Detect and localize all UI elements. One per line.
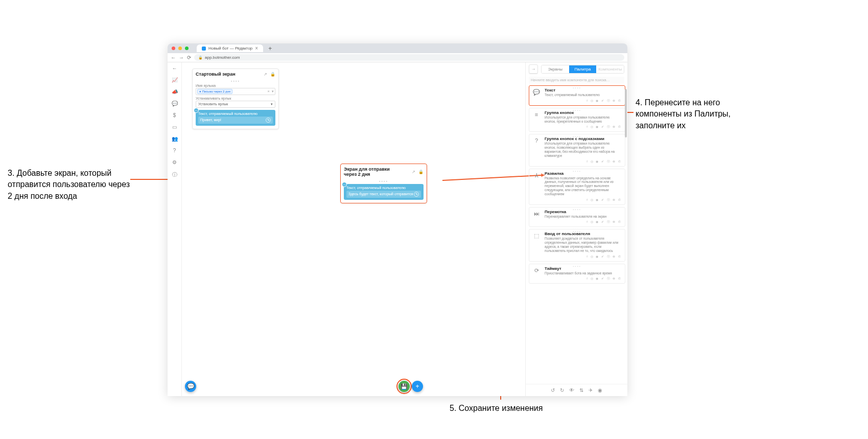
undo-icon[interactable]: ↺ xyxy=(551,387,555,393)
telegram-icon[interactable]: ✈ xyxy=(589,387,593,393)
chat-fab-button[interactable]: 💬 xyxy=(185,381,196,392)
supported-platforms-icons: f ◎ ◉ ✔ Ⓥ ⊗ ✆ xyxy=(532,220,622,224)
component-type-icon: ⟳ xyxy=(532,266,541,275)
left-toolbar: ← 📈 📣 💬 $ ▭ 👥 ? ⚙ ⓘ xyxy=(168,62,182,396)
sort-icon[interactable]: ⇅ xyxy=(579,387,583,393)
component-type-icon: 💬 xyxy=(532,88,541,97)
annotation-step-4: 4. Перенесите на него компоненты из Пали… xyxy=(636,97,758,131)
component-title: Текст, отправляемый пользователю xyxy=(198,112,273,115)
palette-item[interactable]: ▪▪▪▪⏭ПеремоткаПеренаправляет пользовател… xyxy=(529,207,625,227)
browser-window: Новый бот — Редактор × + ← → ⟳ 🔒 app.bot… xyxy=(168,43,627,396)
palette-item-title: Таймаут xyxy=(545,266,622,271)
drag-handle-icon[interactable]: ▪▪▪▪ xyxy=(573,170,581,173)
palette-item-title: Текст xyxy=(545,88,622,93)
select-input[interactable]: Установить ярлык ▾ xyxy=(196,101,275,108)
edit-icon[interactable]: ✎ xyxy=(414,192,419,197)
supported-platforms-icons: f ◎ ◉ ✔ Ⓥ ⊗ ✆ xyxy=(532,125,622,129)
palette-item-title: Перемотка xyxy=(545,210,622,214)
add-screen-button[interactable]: + xyxy=(412,381,423,392)
tab-palette[interactable]: Палитра xyxy=(569,65,597,73)
settings-icon[interactable]: ⚙ xyxy=(172,159,177,165)
info-icon[interactable]: ⓘ xyxy=(172,171,177,178)
palette-item-desc: Развилка позволяет определить на основе … xyxy=(545,176,622,196)
supported-platforms-icons: f ◎ ◉ ✔ Ⓥ ⊗ ✆ xyxy=(532,255,622,259)
drag-handle-icon[interactable]: ▪▪▪▪ xyxy=(573,265,581,268)
ticket-icon[interactable]: ▭ xyxy=(172,124,177,130)
component-title: Текст, отправляемый пользователю xyxy=(346,186,421,190)
preview-icon[interactable]: 👁 xyxy=(569,387,574,393)
window-maximize-button[interactable] xyxy=(185,47,189,50)
palette-item[interactable]: ▪▪▪▪≡Группа кнопокИспользуется для отпра… xyxy=(529,108,625,132)
palette-item[interactable]: ▪▪▪▪💬ТекстТекст, отправляемый пользовате… xyxy=(529,85,625,106)
screen-card-start[interactable]: Стартовый экран ↗ 🔒 ▪▪▪▪ Имя ярлыка ●Пис… xyxy=(192,68,279,129)
window-close-button[interactable] xyxy=(172,47,175,50)
screen-card-send2days[interactable]: Экран для отправки через 2 дня ↗ 🔒 ▪▪▪▪ … xyxy=(340,164,427,203)
back-icon[interactable]: ← xyxy=(171,55,176,60)
right-panel: → Экраны Палитра Компоненты Начните ввод… xyxy=(525,62,627,396)
tab-screens[interactable]: Экраны xyxy=(542,65,569,73)
component-type-icon: ≡ xyxy=(532,110,541,124)
drag-handle-icon[interactable]: ▪▪▪▪ xyxy=(573,230,581,233)
url-input[interactable]: 🔒 app.botmother.com xyxy=(194,54,624,61)
drag-handle-icon[interactable]: ▪▪▪▪ xyxy=(196,79,275,83)
window-minimize-button[interactable] xyxy=(178,47,182,50)
text-component[interactable]: ⋯ Текст, отправляемый пользователю Приве… xyxy=(196,110,275,126)
clear-icon[interactable]: × xyxy=(267,89,272,94)
reload-icon[interactable]: ⟳ xyxy=(187,55,191,60)
palette-item-desc: Перенаправляет пользователя на экран xyxy=(545,215,622,219)
edit-icon[interactable]: ✎ xyxy=(266,118,271,123)
browser-addressbar: ← → ⟳ 🔒 app.botmother.com xyxy=(168,53,627,62)
search-input[interactable]: Начните вводить имя компонента для поиск… xyxy=(529,77,624,83)
tag-input[interactable]: ●Письмо через 2 дня × ▾ xyxy=(196,88,275,95)
save-button[interactable]: 💾 xyxy=(398,381,410,392)
palette-item-desc: Текст, отправляемый пользователю xyxy=(545,93,622,97)
component-text: Здесь будет текст, который отправится xyxy=(348,192,413,196)
screen-title: Стартовый экран xyxy=(196,72,236,77)
help-icon[interactable]: ? xyxy=(173,148,176,153)
dollar-icon[interactable]: $ xyxy=(173,112,176,118)
back-arrow-icon[interactable]: ← xyxy=(172,65,177,71)
drag-handle-icon[interactable]: ▪▪▪▪ xyxy=(573,109,581,112)
drag-handle-icon[interactable]: ▪▪▪▪ xyxy=(573,208,581,211)
canvas[interactable]: Стартовый экран ↗ 🔒 ▪▪▪▪ Имя ярлыка ●Пис… xyxy=(182,62,525,396)
field-label: Устанавливать ярлык xyxy=(196,97,275,100)
scrollbar-thumb[interactable] xyxy=(625,89,627,137)
panel-tabs: Экраны Палитра Компоненты xyxy=(541,65,624,74)
palette-item[interactable]: ▪▪▪▪⟳ТаймаутПриостанавливает бота на зад… xyxy=(529,264,625,284)
chat-icon[interactable]: 💬 xyxy=(172,101,178,106)
component-text: Привет, мир! xyxy=(200,118,221,122)
text-component[interactable]: ⋯ Текст, отправляемый пользователю Здесь… xyxy=(344,184,424,200)
component-type-icon: ⅄ xyxy=(532,171,541,196)
lock-icon[interactable]: 🔒 xyxy=(418,170,424,174)
browser-tab[interactable]: Новый бот — Редактор × xyxy=(197,44,263,52)
chevron-down-icon[interactable]: ▾ xyxy=(272,89,274,94)
messenger-icon[interactable]: ◉ xyxy=(598,387,602,393)
palette-item-title: Ввод от пользователя xyxy=(545,232,622,236)
share-icon[interactable]: ↗ xyxy=(264,72,267,77)
collapse-panel-button[interactable]: → xyxy=(529,64,538,74)
redo-icon[interactable]: ↻ xyxy=(560,387,564,393)
supported-platforms-icons: f ◎ ◉ ✔ Ⓥ ⊗ ✆ xyxy=(532,198,622,202)
share-icon[interactable]: ↗ xyxy=(412,170,415,174)
browser-tabbar: Новый бот — Редактор × + xyxy=(168,43,627,53)
panel-footer-tools: ↺ ↻ 👁 ⇅ ✈ ◉ xyxy=(526,384,627,396)
drag-handle-icon[interactable]: ▪▪▪▪ xyxy=(344,179,424,183)
new-tab-button[interactable]: + xyxy=(268,45,272,52)
annotation-step-5: 5. Сохраните изменения xyxy=(450,403,543,414)
drag-handle-icon[interactable]: ▪▪▪▪ xyxy=(573,86,581,89)
tab-title: Новый бот — Редактор xyxy=(208,46,252,51)
megaphone-icon[interactable]: 📣 xyxy=(172,89,178,95)
palette-list[interactable]: ▪▪▪▪💬ТекстТекст, отправляемый пользовате… xyxy=(526,85,627,384)
chart-icon[interactable]: 📈 xyxy=(172,77,178,83)
close-icon[interactable]: × xyxy=(255,45,258,51)
lock-icon[interactable]: 🔒 xyxy=(270,72,275,77)
forward-icon[interactable]: → xyxy=(179,55,184,60)
chevron-down-icon: ▾ xyxy=(271,102,273,106)
screen-title: Экран для отправки через 2 дня xyxy=(344,167,400,177)
drag-handle-icon[interactable]: ▪▪▪▪ xyxy=(573,135,581,138)
palette-item[interactable]: ▪▪▪▪⅄РазвилкаРазвилка позволяет определи… xyxy=(529,169,625,205)
palette-item[interactable]: ▪▪▪▪?Группа кнопок с подсказкамиИспользу… xyxy=(529,134,625,166)
users-icon[interactable]: 👥 xyxy=(172,136,178,142)
palette-item[interactable]: ▪▪▪▪⬚Ввод от пользователяПозволяет дожда… xyxy=(529,229,625,261)
app-root: ← 📈 📣 💬 $ ▭ 👥 ? ⚙ ⓘ Стартовый экран ↗ 🔒 xyxy=(168,62,627,396)
